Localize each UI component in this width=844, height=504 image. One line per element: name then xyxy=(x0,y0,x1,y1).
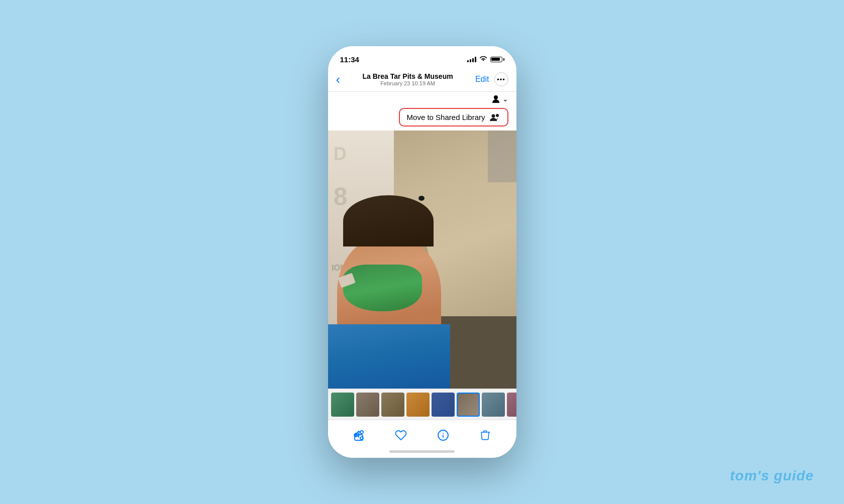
home-bar xyxy=(389,450,455,453)
nav-subtitle: February 23 10:19 AM xyxy=(362,80,453,86)
more-dots-icon: ••• xyxy=(497,76,505,83)
chevron-down-icon: ⌄ xyxy=(502,95,508,103)
person-hair xyxy=(343,195,434,247)
share-icon xyxy=(353,429,365,441)
thumbnail-8[interactable] xyxy=(507,393,516,417)
museum-number: 8 xyxy=(334,182,348,211)
thumbnail-5[interactable] xyxy=(432,393,455,417)
heart-icon xyxy=(395,429,407,441)
svg-point-0 xyxy=(494,95,498,99)
thumbnail-2[interactable] xyxy=(356,393,379,417)
signal-icon xyxy=(467,57,476,62)
info-button[interactable] xyxy=(432,424,454,446)
thumbnail-strip xyxy=(328,389,516,420)
svg-point-2 xyxy=(496,114,499,117)
thumbnail-1[interactable] xyxy=(331,393,354,417)
status-bar: 11:34 xyxy=(328,46,516,68)
edit-button[interactable]: Edit xyxy=(475,75,489,84)
nav-title-group: La Brea Tar Pits & Museum February 23 10… xyxy=(362,72,453,86)
person-dropdown-button[interactable]: ⌄ xyxy=(491,94,508,104)
shared-library-bar: Move to Shared Library xyxy=(328,106,516,131)
phone-frame: 11:34 xyxy=(328,46,516,458)
watermark: tom's guide xyxy=(730,468,814,484)
info-icon xyxy=(437,429,449,441)
nav-actions: Edit ••• xyxy=(475,72,508,86)
person-shirt xyxy=(328,324,451,389)
status-icons xyxy=(467,56,504,63)
page-background: tom's guide 11:34 xyxy=(0,0,844,504)
person-icon xyxy=(491,94,501,104)
more-button[interactable]: ••• xyxy=(494,72,508,86)
shared-people-icon xyxy=(489,113,500,121)
back-button[interactable]: ‹ xyxy=(336,73,341,86)
thumbnail-6[interactable] xyxy=(457,393,480,417)
share-button[interactable] xyxy=(348,424,370,446)
svg-point-1 xyxy=(491,114,495,117)
person-toolbar: ⌄ xyxy=(328,92,516,106)
museum-letter-d: D xyxy=(334,144,347,165)
thumbnail-3[interactable] xyxy=(381,393,404,417)
main-photo: D 8 ION xyxy=(328,131,516,389)
nav-bar: ‹ La Brea Tar Pits & Museum February 23 … xyxy=(328,68,516,92)
bottom-action-bar xyxy=(328,420,516,448)
person-mask xyxy=(343,265,423,311)
nav-title: La Brea Tar Pits & Museum xyxy=(362,72,453,80)
wifi-icon xyxy=(479,56,487,63)
trash-icon xyxy=(480,429,491,441)
move-to-shared-label: Move to Shared Library xyxy=(407,113,485,121)
thumbnail-4[interactable] xyxy=(406,393,430,417)
home-indicator xyxy=(328,448,516,458)
status-time: 11:34 xyxy=(340,55,359,64)
thumbnail-7[interactable] xyxy=(482,393,505,417)
move-to-shared-library-button[interactable]: Move to Shared Library xyxy=(399,108,508,127)
battery-icon xyxy=(490,57,504,62)
favorite-button[interactable] xyxy=(390,424,412,446)
delete-button[interactable] xyxy=(474,424,496,446)
